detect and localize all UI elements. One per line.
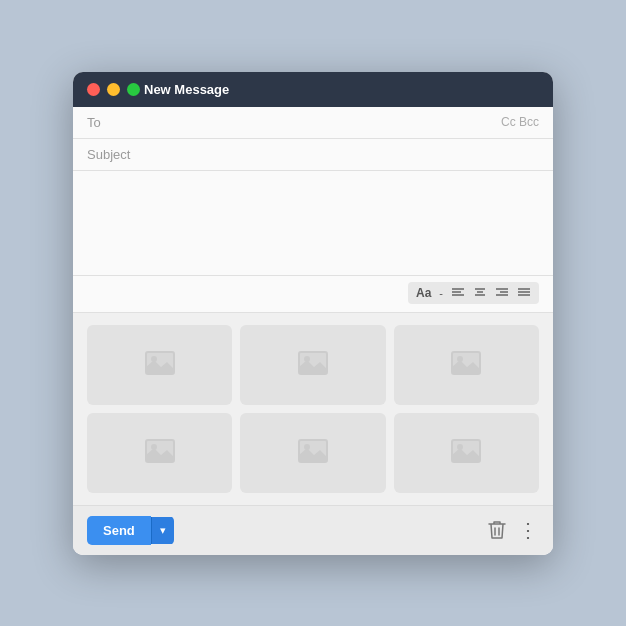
align-right-button[interactable] [493,286,511,300]
more-icon: ⋮ [518,518,539,542]
window-controls [87,83,140,96]
image-icon-3 [451,351,481,379]
window-title: New Message [140,82,539,97]
trash-icon [488,520,506,540]
attachments-grid [73,313,553,505]
image-icon-1 [145,351,175,379]
to-label: To [87,115,137,130]
align-center-button[interactable] [471,286,489,300]
footer: Send ▾ ⋮ [73,505,553,555]
more-options-button[interactable]: ⋮ [518,518,539,542]
subject-input[interactable] [137,147,539,162]
subject-field-row: Subject [73,139,553,171]
compose-window: New Message To Cc Bcc Subject Aa - [73,72,553,555]
attachment-cell-2[interactable] [240,325,385,405]
font-size-button[interactable]: Aa [414,285,433,301]
attachment-cell-6[interactable] [394,413,539,493]
minimize-button[interactable] [107,83,120,96]
compose-textarea[interactable] [87,181,539,261]
format-buttons-group: Aa - [408,282,539,304]
attachment-cell-1[interactable] [87,325,232,405]
maximize-button[interactable] [127,83,140,96]
to-input[interactable] [137,115,501,130]
image-icon-2 [298,351,328,379]
attachment-cell-5[interactable] [240,413,385,493]
send-dropdown-button[interactable]: ▾ [151,517,174,544]
cc-bcc-button[interactable]: Cc Bcc [501,115,539,129]
window-body: To Cc Bcc Subject Aa - [73,107,553,555]
footer-actions: ⋮ [488,518,539,542]
align-justify-button[interactable] [515,286,533,300]
format-dash: - [437,286,445,300]
image-icon-4 [145,439,175,467]
send-button[interactable]: Send [87,516,151,545]
to-field-row: To Cc Bcc [73,107,553,139]
indent-left-button[interactable] [449,286,467,300]
compose-area [73,171,553,276]
delete-button[interactable] [488,520,506,540]
subject-label: Subject [87,147,137,162]
titlebar: New Message [73,72,553,107]
image-icon-5 [298,439,328,467]
close-button[interactable] [87,83,100,96]
send-button-group: Send ▾ [87,516,174,545]
attachment-cell-4[interactable] [87,413,232,493]
chevron-down-icon: ▾ [160,524,166,536]
attachment-cell-3[interactable] [394,325,539,405]
image-icon-6 [451,439,481,467]
formatting-toolbar: Aa - [73,276,553,313]
